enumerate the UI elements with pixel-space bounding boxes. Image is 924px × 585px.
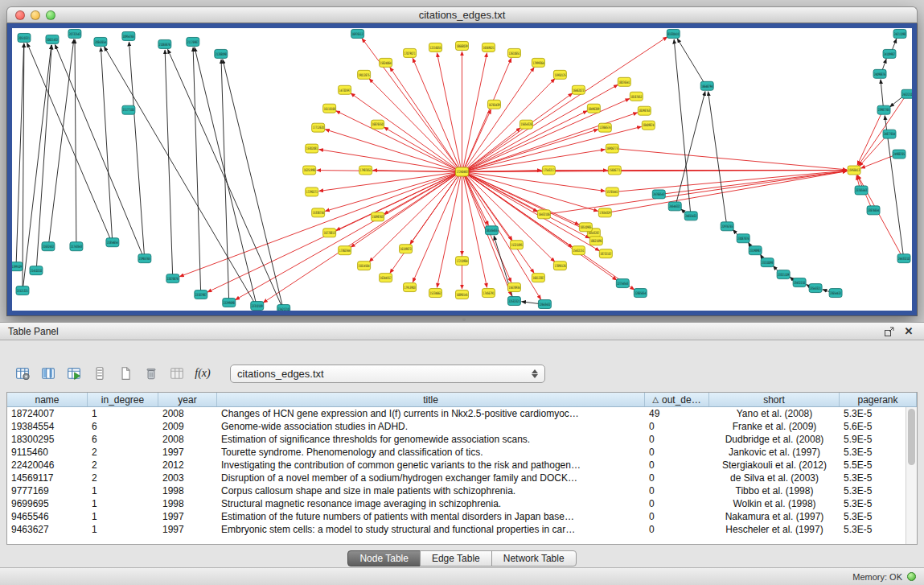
table-cell[interactable]: Changes of HCN gene expression and I(f) … <box>217 407 645 420</box>
graph-node[interactable]: 17913903 <box>404 283 417 292</box>
graph-node[interactable]: 22187987 <box>195 290 207 299</box>
table-row[interactable]: 946554611997Estimation of the future num… <box>7 510 917 523</box>
graph-node[interactable]: 17712620 <box>312 123 325 132</box>
graph-edge[interactable] <box>859 137 885 166</box>
citation-network-graph[interactable]: 1724046315606771169067731236657418496309… <box>12 28 912 311</box>
graph-edge[interactable] <box>467 130 598 171</box>
tab-edge-table[interactable]: Edge Table <box>420 550 492 566</box>
graph-node[interactable]: 18496309 <box>587 104 600 113</box>
table-cell[interactable]: 0 <box>645 446 709 459</box>
graph-node[interactable]: 20954765 <box>122 31 135 40</box>
table-cell[interactable]: 2 <box>88 459 158 472</box>
graph-edge[interactable] <box>466 128 520 170</box>
graph-node[interactable]: 15950125 <box>553 70 566 79</box>
graph-node[interactable]: 24211098 <box>893 29 906 38</box>
graph-node[interactable]: 18668039 <box>456 41 469 50</box>
table-cell[interactable]: Hescheler et al. (1997) <box>709 523 840 536</box>
graph-node[interactable]: 15765441 <box>606 187 618 196</box>
table-cell[interactable]: 0 <box>645 472 709 484</box>
graph-node[interactable]: 17987652 <box>359 166 372 175</box>
graph-edge[interactable] <box>467 172 605 191</box>
table-cell[interactable]: 1997 <box>158 510 217 523</box>
column-chooser-button[interactable] <box>37 363 60 384</box>
column-header-pagerank[interactable]: pagerank <box>840 393 917 406</box>
graph-node[interactable]: 12610651 <box>507 48 520 57</box>
graph-node[interactable]: 22532321 <box>507 297 520 306</box>
close-panel-icon[interactable]: ✕ <box>901 325 916 338</box>
graph-node[interactable]: 17543217 <box>542 166 555 175</box>
graph-node[interactable]: 18732107 <box>599 249 612 258</box>
table-cell[interactable]: 6 <box>88 433 158 446</box>
table-cell[interactable]: 0 <box>645 484 709 497</box>
graph-node[interactable]: 21743543 <box>70 242 83 251</box>
graph-node[interactable]: 15321095 <box>510 241 523 249</box>
table-cell[interactable]: 14569117 <box>7 472 88 484</box>
table-cell[interactable]: Tibbo et al. (1998) <box>709 484 840 497</box>
graph-node[interactable]: 15678934 <box>507 283 520 292</box>
graph-edge[interactable] <box>49 39 74 242</box>
table-cell[interactable]: Stergiakouli et al. (2012) <box>709 459 840 472</box>
column-header-in-degree[interactable]: in_degree <box>88 393 158 406</box>
graph-edge[interactable] <box>521 302 539 304</box>
graph-edge[interactable] <box>857 113 881 165</box>
graph-edge[interactable] <box>466 93 573 170</box>
graph-node[interactable]: 15824064 <box>380 58 392 67</box>
graph-node[interactable]: 17362344 <box>339 246 351 255</box>
graph-node[interactable]: 22643432 <box>538 300 551 309</box>
graph-node[interactable]: 18409874 <box>642 121 655 130</box>
table-cell[interactable]: 9777169 <box>7 484 88 497</box>
graph-node[interactable]: 23321109 <box>777 270 790 279</box>
graph-node[interactable]: 20843654 <box>94 37 107 46</box>
panel-splitter[interactable] <box>0 316 924 322</box>
graph-node[interactable]: 24766543 <box>652 190 665 199</box>
graph-edge[interactable] <box>75 39 76 242</box>
graph-edge[interactable] <box>610 171 847 212</box>
graph-node[interactable]: 15234662 <box>429 289 442 298</box>
table-cell[interactable]: 1 <box>88 510 158 523</box>
table-cell[interactable]: Dudbridge et al. (2008) <box>709 433 840 446</box>
graph-node[interactable]: 15014504 <box>358 262 371 270</box>
graph-node[interactable]: 18510985 <box>579 223 592 232</box>
table-cell[interactable]: 1 <box>88 407 158 420</box>
graph-node[interactable]: 22076876 <box>166 274 179 283</box>
graph-node[interactable]: 81830410 <box>667 29 680 38</box>
graph-node[interactable]: 23210098 <box>761 258 774 267</box>
function-button[interactable]: f(x) <box>191 363 214 384</box>
table-row[interactable]: 911546021997Tourette syndrome. Phenomeno… <box>7 446 917 459</box>
table-row[interactable]: 969969511998Structural magnetic resonanc… <box>7 497 917 510</box>
table-row[interactable]: 1456911722003Disruption of a novel membe… <box>7 472 917 484</box>
graph-node[interactable]: 24877654 <box>883 130 896 138</box>
graph-node[interactable]: 22310109 <box>251 302 264 311</box>
graph-node[interactable]: 15432151 <box>572 246 585 255</box>
graph-edge[interactable] <box>104 47 254 303</box>
graph-edge[interactable] <box>390 68 459 169</box>
table-cell[interactable]: 9115460 <box>7 446 88 459</box>
graph-node[interactable]: 18621096 <box>589 237 602 245</box>
network-canvas[interactable]: 1724046315606771169067731236657418496309… <box>12 28 912 311</box>
graph-edge[interactable] <box>193 47 200 290</box>
graph-node[interactable]: 23654432 <box>829 289 842 298</box>
graph-edge[interactable] <box>101 47 112 238</box>
table-cell[interactable]: 2009 <box>158 420 217 433</box>
graph-node[interactable]: 12216055 <box>429 43 442 51</box>
graph-node[interactable]: 17079071 <box>404 48 417 57</box>
graph-node[interactable]: 21410210 <box>30 266 43 275</box>
graph-node[interactable]: 16890145 <box>456 290 469 299</box>
graph-node[interactable]: 21965765 <box>138 254 151 263</box>
table-cell[interactable]: Structural magnetic resonance image aver… <box>217 497 645 510</box>
table-cell[interactable]: Genome-wide association studies in ADHD. <box>217 420 645 433</box>
graph-node[interactable]: 16778813 <box>323 229 336 237</box>
table-cell[interactable]: 6 <box>88 420 158 433</box>
graph-edge[interactable] <box>861 155 894 168</box>
import-table-button[interactable] <box>63 363 85 384</box>
float-panel-icon[interactable] <box>882 325 897 338</box>
table-settings-button[interactable] <box>11 363 34 384</box>
graph-node[interactable]: 17654329 <box>598 208 611 217</box>
graph-edge[interactable] <box>129 42 144 254</box>
network-select[interactable]: citations_edges.txt <box>230 365 545 383</box>
table-cell[interactable]: Corpus callosum shape and size in male p… <box>217 484 645 497</box>
close-window-button[interactable] <box>15 10 25 20</box>
graph-node[interactable]: 18145455 <box>485 226 498 235</box>
graph-edge[interactable] <box>55 44 142 254</box>
graph-node[interactable]: 22754543 <box>616 279 629 288</box>
